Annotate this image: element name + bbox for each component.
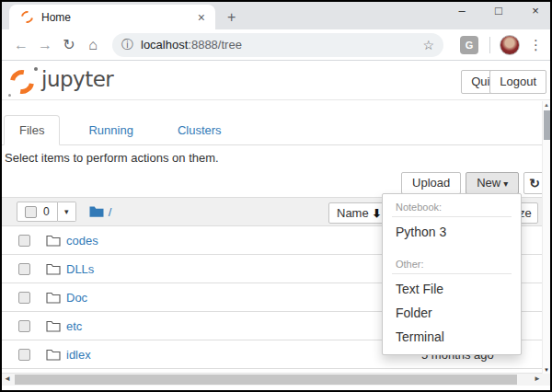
back-icon[interactable]: ← bbox=[9, 37, 33, 53]
row-checkbox[interactable] bbox=[18, 320, 30, 332]
url-text[interactable]: localhost:8888/tree bbox=[141, 38, 422, 52]
action-row: Select items to perform actions on them.… bbox=[2, 145, 550, 197]
menu-section-header: Notebook: bbox=[383, 199, 521, 214]
logout-button[interactable]: Logout bbox=[489, 70, 546, 94]
maximize-button[interactable]: □ bbox=[491, 4, 506, 17]
jupyter-page: jupyter Quit Logout Files Running Cluste… bbox=[2, 61, 550, 389]
folder-icon bbox=[46, 349, 61, 361]
tab-close-icon[interactable]: × bbox=[195, 10, 208, 25]
reload-icon[interactable]: ↻ bbox=[57, 36, 81, 53]
menu-section-header: Other: bbox=[383, 256, 521, 271]
logo-dot bbox=[8, 94, 11, 97]
scroll-right-icon[interactable]: ► bbox=[534, 375, 541, 383]
scroll-down-icon[interactable]: ▼ bbox=[543, 367, 550, 373]
jupyter-logo[interactable]: jupyter bbox=[10, 67, 113, 94]
menu-item-terminal[interactable]: Terminal bbox=[383, 325, 521, 349]
nav-tabs: Files Running Clusters bbox=[2, 100, 550, 145]
file-link[interactable]: DLLs bbox=[66, 262, 421, 276]
horizontal-scrollbar-thumb[interactable] bbox=[15, 375, 517, 385]
caret-down-icon: ▾ bbox=[64, 207, 69, 216]
url-path: :8888/tree bbox=[188, 38, 242, 52]
sort-arrow-icon: ⬇ bbox=[372, 207, 381, 220]
breadcrumb-root-link[interactable]: / bbox=[109, 205, 112, 219]
folder-icon bbox=[46, 263, 61, 275]
tab-clusters[interactable]: Clusters bbox=[162, 115, 237, 145]
logo-dot bbox=[34, 67, 38, 71]
menu-divider bbox=[392, 273, 512, 274]
toolbar-divider bbox=[489, 37, 490, 53]
new-dropdown-menu: Notebook:Python 3Other:Text FileFolderTe… bbox=[382, 193, 522, 355]
jupyter-header: jupyter Quit Logout bbox=[2, 61, 550, 100]
menu-divider bbox=[392, 216, 512, 217]
caret-down-icon: ▾ bbox=[503, 179, 508, 189]
file-link[interactable]: etc bbox=[66, 319, 421, 333]
select-dropdown-button[interactable]: ▾ bbox=[58, 202, 76, 222]
menu-item-python-3[interactable]: Python 3 bbox=[383, 220, 521, 244]
jupyter-logo-text: jupyter bbox=[41, 67, 113, 91]
row-checkbox[interactable] bbox=[18, 235, 30, 247]
folder-icon bbox=[46, 235, 61, 247]
row-checkbox[interactable] bbox=[18, 263, 30, 275]
row-checkbox[interactable] bbox=[18, 292, 30, 304]
profile-avatar[interactable] bbox=[500, 35, 520, 55]
scroll-up-icon[interactable]: ▲ bbox=[543, 102, 550, 108]
menu-item-folder[interactable]: Folder bbox=[383, 301, 521, 325]
bookmark-star-icon[interactable]: ☆ bbox=[422, 38, 434, 52]
browser-titlebar: Home × + – □ × bbox=[2, 2, 550, 29]
forward-icon[interactable]: → bbox=[33, 37, 57, 53]
vertical-scrollbar-thumb[interactable] bbox=[544, 110, 550, 140]
folder-icon bbox=[46, 292, 61, 304]
folder-icon[interactable] bbox=[89, 205, 104, 218]
browser-toolbar: ← → ↻ ⌂ ⓘ localhost:8888/tree ☆ G ⋮ bbox=[2, 29, 550, 61]
tab-files[interactable]: Files bbox=[4, 115, 60, 145]
url-host: localhost bbox=[141, 38, 188, 52]
extension-badge[interactable]: G bbox=[460, 36, 478, 54]
site-info-icon[interactable]: ⓘ bbox=[121, 37, 133, 53]
file-link[interactable]: idlex bbox=[66, 348, 421, 362]
folder-icon bbox=[46, 320, 61, 332]
minimize-button[interactable]: – bbox=[454, 4, 469, 17]
tab-title: Home bbox=[41, 11, 195, 24]
browser-menu-icon[interactable]: ⋮ bbox=[529, 37, 543, 53]
horizontal-scrollbar[interactable]: ◄ ► bbox=[2, 373, 550, 386]
address-bar[interactable]: ⓘ localhost:8888/tree ☆ bbox=[112, 33, 443, 57]
menu-section-gap bbox=[383, 244, 521, 256]
select-all-button[interactable]: 0 bbox=[17, 202, 58, 222]
row-checkbox[interactable] bbox=[18, 349, 30, 361]
jupyter-favicon-icon bbox=[18, 8, 35, 25]
browser-tab[interactable]: Home × bbox=[9, 5, 215, 29]
selected-count: 0 bbox=[43, 205, 50, 218]
vertical-scrollbar[interactable]: ▲ ▼ bbox=[542, 101, 550, 374]
browser-window: Home × + – □ × ← → ↻ ⌂ ⓘ localhost:8888/… bbox=[0, 0, 552, 392]
scroll-left-icon[interactable]: ◄ bbox=[4, 375, 11, 383]
breadcrumb: / bbox=[89, 205, 112, 219]
close-button[interactable]: × bbox=[528, 4, 543, 17]
new-tab-button[interactable]: + bbox=[227, 9, 236, 26]
file-link[interactable]: codes bbox=[66, 234, 421, 248]
menu-item-text-file[interactable]: Text File bbox=[383, 277, 521, 301]
sort-by-name-button[interactable]: Name ⬇ bbox=[328, 202, 389, 224]
refresh-icon: ↻ bbox=[529, 176, 540, 190]
file-link[interactable]: Doc bbox=[66, 291, 421, 305]
instructions-text: Select items to perform actions on them. bbox=[5, 151, 219, 165]
new-button[interactable]: New▾ bbox=[466, 172, 519, 194]
select-all-checkbox[interactable] bbox=[25, 206, 37, 218]
upload-button[interactable]: Upload bbox=[401, 172, 461, 194]
tab-running[interactable]: Running bbox=[73, 115, 148, 145]
home-icon[interactable]: ⌂ bbox=[81, 37, 105, 53]
